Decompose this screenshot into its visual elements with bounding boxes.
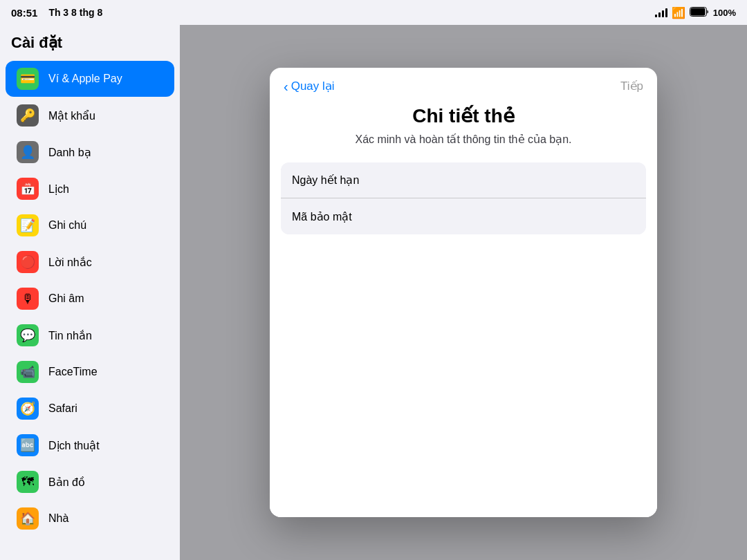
notes-icon: 📝 xyxy=(17,214,39,236)
form-field-0[interactable]: Ngày hết hạn xyxy=(281,162,646,198)
status-time: 08:51 xyxy=(11,7,37,19)
sidebar-item-facetime[interactable]: 📹FaceTime xyxy=(6,354,174,390)
modal-body xyxy=(270,234,657,517)
sidebar-item-home[interactable]: 🏠Nhà xyxy=(6,501,174,536)
form-field-label-0: Ngày hết hạn xyxy=(292,174,359,187)
messages-icon: 💬 xyxy=(17,324,39,346)
sidebar-item-label-wallet: Ví & Apple Pay xyxy=(48,73,122,85)
calendar-icon: 📅 xyxy=(17,178,39,200)
sidebar-title: Cài đặt xyxy=(0,25,180,61)
sidebar-item-wallet[interactable]: 💳Ví & Apple Pay xyxy=(6,61,174,97)
modal-title: Chi tiết thẻ xyxy=(270,99,657,133)
sidebar-item-password[interactable]: 🔑Mật khẩu xyxy=(6,97,174,133)
voice-icon: 🎙 xyxy=(17,288,39,310)
back-label: Quay lại xyxy=(291,79,335,93)
sidebar-item-label-safari: Safari xyxy=(48,402,77,415)
modal-form: Ngày hết hạnMã bảo mật xyxy=(270,162,657,234)
safari-icon: 🧭 xyxy=(17,398,39,420)
home-icon: 🏠 xyxy=(17,507,39,530)
sidebar-items-list: 💳Ví & Apple Pay🔑Mật khẩu👤Danh bạ📅Lịch📝Gh… xyxy=(0,61,180,536)
modal-nav: ‹ Quay lại Tiếp xyxy=(270,68,657,99)
sidebar-item-label-translate: Dịch thuật xyxy=(48,439,100,452)
sidebar-item-notes[interactable]: 📝Ghi chú xyxy=(6,207,174,243)
sidebar-item-maps[interactable]: 🗺Bản đồ xyxy=(6,464,174,500)
maps-icon: 🗺 xyxy=(17,471,39,493)
form-group: Ngày hết hạnMã bảo mật xyxy=(281,162,646,234)
form-field-label-1: Mã bảo mật xyxy=(292,210,352,223)
svg-rect-1 xyxy=(690,8,705,15)
sidebar-item-label-notes: Ghi chú xyxy=(48,219,86,232)
next-button[interactable]: Tiếp xyxy=(620,79,643,93)
sidebar: Cài đặt 💳Ví & Apple Pay🔑Mật khẩu👤Danh bạ… xyxy=(0,25,180,560)
sidebar-item-label-contacts: Danh bạ xyxy=(48,146,91,159)
sidebar-item-calendar[interactable]: 📅Lịch xyxy=(6,171,174,207)
reminders-icon: 🔴 xyxy=(17,251,39,273)
sidebar-item-label-calendar: Lịch xyxy=(48,183,69,196)
chevron-left-icon: ‹ xyxy=(284,80,288,93)
main-content: ‹ Quay lại Tiếp Chi tiết thẻ Xác minh và… xyxy=(180,25,747,560)
contacts-icon: 👤 xyxy=(17,141,39,163)
form-field-1[interactable]: Mã bảo mật xyxy=(281,198,646,234)
sidebar-item-label-voice: Ghi âm xyxy=(48,292,84,305)
sidebar-item-label-reminders: Lời nhắc xyxy=(48,256,92,269)
sidebar-item-label-home: Nhà xyxy=(48,512,68,525)
sidebar-item-label-password: Mật khẩu xyxy=(48,109,95,122)
sidebar-item-label-facetime: FaceTime xyxy=(48,366,98,378)
sidebar-item-safari[interactable]: 🧭Safari xyxy=(6,391,174,427)
battery-icon xyxy=(690,7,709,19)
translate-icon: 🔤 xyxy=(17,434,39,456)
status-bar: 08:51 Th 3 8 thg 8 📶 100% xyxy=(0,0,747,25)
password-icon: 🔑 xyxy=(17,104,39,127)
sidebar-item-voice[interactable]: 🎙Ghi âm xyxy=(6,281,174,317)
status-icons: 📶 100% xyxy=(655,6,736,19)
wifi-icon: 📶 xyxy=(672,6,685,19)
sidebar-item-messages[interactable]: 💬Tin nhắn xyxy=(6,317,174,353)
wallet-icon: 💳 xyxy=(17,68,39,90)
battery-percentage: 100% xyxy=(713,8,736,18)
modal-card: ‹ Quay lại Tiếp Chi tiết thẻ Xác minh và… xyxy=(270,68,657,517)
signal-icon xyxy=(655,8,667,17)
sidebar-item-translate[interactable]: 🔤Dịch thuật xyxy=(6,427,174,463)
sidebar-item-label-maps: Bản đồ xyxy=(48,476,85,489)
sidebar-item-label-messages: Tin nhắn xyxy=(48,329,92,342)
facetime-icon: 📹 xyxy=(17,361,39,383)
back-button[interactable]: ‹ Quay lại xyxy=(284,79,335,93)
sidebar-item-reminders[interactable]: 🔴Lời nhắc xyxy=(6,244,174,280)
sidebar-item-contacts[interactable]: 👤Danh bạ xyxy=(6,134,174,170)
status-date: Th 3 8 thg 8 xyxy=(48,7,102,18)
modal-overlay: ‹ Quay lại Tiếp Chi tiết thẻ Xác minh và… xyxy=(180,25,747,560)
modal-subtitle: Xác minh và hoàn tất thông tin thẻ của b… xyxy=(270,133,657,162)
